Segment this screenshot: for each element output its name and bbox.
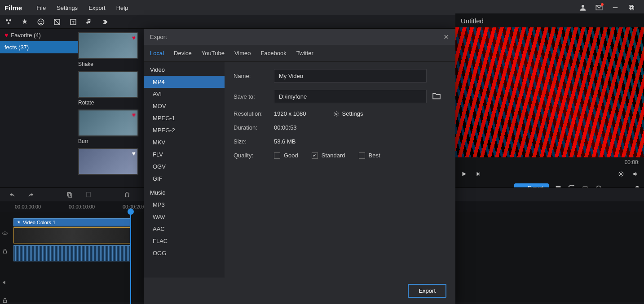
format-mov[interactable]: MOV bbox=[144, 100, 225, 112]
media-icon[interactable] bbox=[4, 17, 13, 27]
effect-item[interactable]: ♥ Shake bbox=[78, 32, 150, 67]
menu-settings[interactable]: Settings bbox=[51, 4, 83, 11]
speaker-icon[interactable] bbox=[2, 279, 9, 287]
format-gif[interactable]: GIF bbox=[144, 173, 225, 185]
text-icon[interactable]: T bbox=[68, 17, 78, 27]
effect-thumb: ♥ bbox=[78, 109, 138, 136]
format-mpeg1[interactable]: MPEG-1 bbox=[144, 112, 225, 124]
format-mp4[interactable]: MP4 bbox=[144, 76, 225, 88]
format-flac[interactable]: FLAC bbox=[144, 235, 225, 247]
effect-label: Rotate bbox=[78, 100, 150, 106]
svg-rect-21 bbox=[87, 192, 90, 197]
eye-icon[interactable] bbox=[2, 230, 9, 237]
quality-standard-label: Standard bbox=[322, 152, 345, 159]
effect-label: Burr bbox=[78, 138, 150, 144]
tab-facebook[interactable]: Facebook bbox=[261, 50, 287, 56]
svg-point-0 bbox=[582, 5, 584, 8]
tab-twitter[interactable]: Twitter bbox=[296, 50, 313, 56]
saveto-label: Save to: bbox=[234, 93, 274, 100]
audio-icon[interactable] bbox=[84, 17, 94, 27]
settings-link[interactable]: Settings bbox=[333, 110, 363, 117]
export-dialog: Export ✕ Local Device YouTube Vimeo Face… bbox=[144, 29, 455, 304]
copy-icon[interactable] bbox=[66, 191, 74, 199]
effect-item[interactable]: Rotate bbox=[78, 71, 150, 106]
quality-best-label: Best bbox=[369, 152, 380, 159]
export-button[interactable]: Export bbox=[408, 284, 446, 298]
minimize-icon[interactable] bbox=[610, 2, 621, 13]
menu-export[interactable]: Export bbox=[83, 4, 111, 11]
delete-icon[interactable] bbox=[123, 191, 131, 199]
effect-thumb: ♥ bbox=[78, 148, 138, 175]
clip-audio[interactable] bbox=[13, 245, 130, 261]
account-icon[interactable] bbox=[578, 2, 588, 13]
settings-link-label: Settings bbox=[342, 110, 363, 117]
tab-device[interactable]: Device bbox=[174, 50, 192, 56]
svg-point-5 bbox=[9, 19, 12, 22]
svg-rect-1 bbox=[613, 7, 618, 8]
dialog-header: Export ✕ bbox=[144, 29, 455, 45]
format-head-video: Video bbox=[144, 62, 225, 76]
quality-good[interactable]: Good bbox=[274, 152, 298, 159]
name-input[interactable] bbox=[274, 69, 427, 83]
quality-best[interactable]: Best bbox=[359, 152, 380, 159]
format-ogv[interactable]: OGV bbox=[144, 161, 225, 173]
effect-thumb bbox=[78, 71, 138, 98]
maximize-icon[interactable] bbox=[626, 2, 637, 13]
redo-icon[interactable] bbox=[27, 191, 35, 199]
format-ogg[interactable]: OGG bbox=[144, 247, 225, 259]
menu-bar: Filme File Settings Export Help bbox=[0, 0, 644, 15]
tab-vimeo[interactable]: Vimeo bbox=[234, 50, 251, 56]
resolution-label: Resolution: bbox=[234, 110, 274, 117]
svg-rect-24 bbox=[4, 251, 7, 253]
format-flv[interactable]: FLV bbox=[144, 148, 225, 161]
name-label: Name: bbox=[234, 73, 274, 79]
menu-file[interactable]: File bbox=[31, 4, 51, 11]
sidebar-effects-label: fects (37) bbox=[4, 44, 29, 51]
lock-icon[interactable] bbox=[2, 248, 9, 255]
format-avi[interactable]: AVI bbox=[144, 88, 225, 100]
mail-icon[interactable] bbox=[594, 2, 604, 13]
clip-video[interactable] bbox=[13, 227, 130, 243]
duration-value: 00:00:53 bbox=[274, 124, 297, 131]
size-value: 53.6 MB bbox=[274, 138, 296, 145]
quality-standard[interactable]: Standard bbox=[312, 152, 345, 159]
tab-local[interactable]: Local bbox=[150, 50, 164, 56]
svg-point-26 bbox=[335, 113, 337, 115]
folder-icon[interactable] bbox=[432, 92, 441, 101]
format-mkv[interactable]: MKV bbox=[144, 136, 225, 148]
dialog-title: Export bbox=[150, 34, 167, 40]
heart-icon: ♥ bbox=[132, 34, 136, 41]
format-mpeg2[interactable]: MPEG-2 bbox=[144, 124, 225, 136]
heart-icon: ♥ bbox=[132, 150, 136, 157]
format-aac[interactable]: AAC bbox=[144, 223, 225, 235]
saveto-input[interactable] bbox=[274, 90, 427, 103]
paste-icon[interactable] bbox=[84, 191, 93, 199]
format-mp3[interactable]: MP3 bbox=[144, 199, 225, 211]
format-wav[interactable]: WAV bbox=[144, 211, 225, 223]
tab-youtube[interactable]: YouTube bbox=[202, 50, 225, 56]
svg-point-23 bbox=[4, 233, 5, 234]
lock-icon[interactable] bbox=[2, 297, 9, 304]
resolution-value: 1920 x 1080 bbox=[274, 110, 306, 117]
effects-icon[interactable] bbox=[20, 17, 30, 27]
playhead[interactable] bbox=[130, 212, 131, 304]
overlay-icon[interactable] bbox=[52, 17, 62, 27]
svg-line-11 bbox=[54, 19, 60, 25]
duration-label: Duration: bbox=[234, 124, 274, 131]
effect-item[interactable]: ♥ Burr bbox=[78, 109, 150, 144]
undo-icon[interactable] bbox=[8, 191, 16, 199]
heart-icon: ♥ bbox=[132, 111, 136, 118]
sidebar-favorite[interactable]: ♥ Favorite (4) bbox=[0, 29, 78, 41]
clip-effect[interactable]: Video Colors-1 bbox=[13, 218, 130, 226]
format-head-music: Music bbox=[144, 185, 225, 199]
close-icon[interactable]: ✕ bbox=[443, 33, 449, 41]
sidebar-favorite-label: Favorite (4) bbox=[11, 32, 40, 39]
menu-help[interactable]: Help bbox=[111, 4, 134, 11]
transition-icon[interactable] bbox=[101, 17, 110, 27]
sticker-icon[interactable] bbox=[36, 17, 46, 27]
svg-point-6 bbox=[8, 22, 10, 24]
dialog-tabs: Local Device YouTube Vimeo Facebook Twit… bbox=[144, 45, 455, 62]
effect-item[interactable]: ♥ bbox=[78, 148, 150, 175]
sidebar-effects[interactable]: fects (37) bbox=[0, 41, 78, 53]
svg-point-7 bbox=[38, 19, 44, 25]
